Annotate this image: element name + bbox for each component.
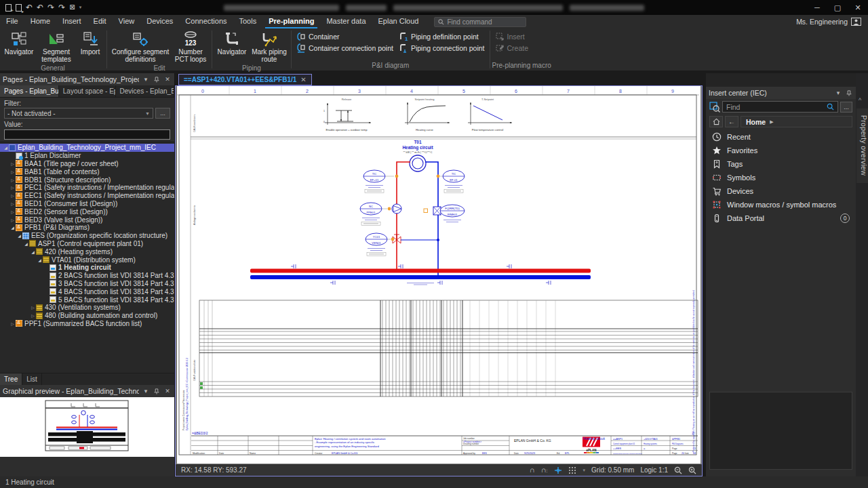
mark-piping-route-button[interactable]: Mark piping route — [250, 30, 289, 64]
tree-expander-icon[interactable] — [9, 321, 16, 326]
tree-item[interactable]: ASP1 (Control equipment plant 01) — [0, 240, 174, 248]
tab-pages[interactable]: Pages - Eplan_Buildin... — [0, 85, 59, 97]
object-snap-icon[interactable]: ∩: — [541, 466, 548, 474]
segment-templates-button[interactable]: Segment templates — [37, 30, 76, 64]
tree-item[interactable]: PEC1 (Safety instructions / Implementati… — [0, 184, 174, 192]
insert-item-devices[interactable]: Devices — [706, 184, 856, 198]
tree-item[interactable]: BAB1 (Table of contents) — [0, 167, 174, 176]
container-connection-point-button[interactable]: Container connection point — [296, 43, 393, 53]
tree-item[interactable]: EES (Organization specific location stru… — [0, 232, 174, 240]
tree-expander-icon[interactable] — [9, 185, 16, 190]
open-page-icon[interactable] — [16, 4, 22, 12]
collapse-chevron-icon[interactable]: ^ — [859, 97, 861, 104]
tab-list[interactable]: List — [22, 373, 42, 385]
undo-icon[interactable]: ↶ — [26, 0, 33, 15]
zoom-out-icon[interactable] — [674, 466, 682, 474]
snap-icon[interactable]: ∩ — [530, 466, 535, 474]
tree-item[interactable]: VTA01 (Distribution system) — [0, 256, 174, 264]
tree-expander-icon[interactable] — [9, 169, 16, 174]
home-button[interactable] — [709, 116, 723, 127]
insert-macro-button[interactable]: Insert — [495, 32, 529, 41]
tree-expander-icon[interactable] — [9, 218, 16, 222]
new-page-icon[interactable] — [5, 4, 12, 12]
panel-close-icon[interactable]: ✕ — [163, 76, 172, 83]
grid-toggle-icon[interactable] — [568, 466, 577, 474]
container-button[interactable]: Container — [296, 32, 393, 41]
tab-edit[interactable]: Edit — [87, 15, 113, 28]
tree-expander-icon[interactable] — [30, 249, 36, 254]
property-overview-tab[interactable]: Property overview — [856, 108, 868, 183]
insert-item-window-macros[interactable]: Window macros / symbol macros — [706, 198, 856, 211]
tab-insert[interactable]: Insert — [56, 15, 87, 28]
tree-item[interactable]: 3 BACS function list VDI 3814 Part 4.3 — [0, 280, 174, 288]
tree-item[interactable]: 430 (Ventilation systems) — [0, 304, 174, 312]
insert-item-symbols[interactable]: Symbols — [706, 171, 856, 184]
insert-item-recent[interactable]: Recent — [706, 130, 856, 144]
piping-connection-point-button[interactable]: Piping connection point — [399, 43, 485, 53]
import-button[interactable]: Import — [76, 30, 104, 56]
tab-tools[interactable]: Tools — [233, 15, 263, 28]
redo-list-icon[interactable]: ↷ — [58, 0, 65, 15]
tree-item[interactable]: Eplan_Building_Technology_Project_mm_IEC — [0, 144, 174, 152]
minimize-button[interactable]: ─ — [807, 0, 827, 15]
preview-menu-icon[interactable]: ▾ — [142, 388, 150, 394]
preview-close-icon[interactable]: ✕ — [163, 388, 172, 394]
insert-center-pin-icon[interactable] — [845, 90, 853, 96]
filter-more-button[interactable]: ... — [155, 108, 170, 119]
tab-pre-planning[interactable]: Pre-planning — [262, 15, 320, 28]
value-input[interactable] — [4, 129, 170, 140]
tree-item[interactable]: EEC1 (Safety instructions / Implementati… — [0, 192, 174, 200]
tree-expander-icon[interactable] — [9, 193, 16, 198]
tree-item[interactable]: 1 Eplan Disclaimer — [0, 152, 174, 160]
tree-item[interactable]: 480 (Building automation and control) — [0, 312, 174, 320]
piping-definition-point-button[interactable]: 1 Piping definition point — [399, 32, 485, 41]
design-mode-icon[interactable] — [554, 466, 562, 474]
tree-item[interactable]: 2 BACS function list VDI 3814 Part 4.3 — [0, 272, 174, 280]
pin-icon[interactable] — [153, 77, 161, 83]
tab-devices[interactable]: Devices — [140, 15, 179, 28]
back-button[interactable]: ← — [725, 116, 738, 127]
insert-item-tags[interactable]: Tags — [706, 157, 856, 171]
configure-segment-definitions-button[interactable]: Configure segment definitions — [109, 30, 172, 64]
tree-expander-icon[interactable] — [16, 233, 22, 238]
grid-size-indicator[interactable]: Grid: 0.50 mm — [591, 466, 634, 474]
tree-item[interactable]: 420 (Heating systems) — [0, 247, 174, 256]
insert-item-favorites[interactable]: Favorites — [706, 144, 856, 157]
insert-center-menu-icon[interactable]: ▾ — [834, 89, 842, 96]
insert-center-search-input[interactable]: Find — [722, 101, 838, 113]
tab-file[interactable]: File — [0, 15, 24, 28]
tab-master-data[interactable]: Master data — [320, 15, 372, 28]
tree-item[interactable]: BED1 (Consumer list (Design)) — [0, 200, 174, 208]
tree-expander-icon[interactable] — [30, 313, 36, 318]
document-tab-close-icon[interactable]: ✕ — [300, 76, 306, 83]
tree-item[interactable]: BED2 (Sensor list (Design)) — [0, 207, 174, 216]
tree-expander-icon[interactable] — [9, 201, 16, 206]
maximize-button[interactable]: ▢ — [827, 0, 848, 15]
tree-expander-icon[interactable] — [9, 178, 16, 182]
create-macro-button[interactable]: Create — [495, 43, 529, 53]
panel-menu-icon[interactable]: ▾ — [142, 76, 150, 83]
tree-item[interactable]: BDB1 (Structure description) — [0, 176, 174, 184]
tree-item[interactable]: PPF1 (Summarized BACS function list) — [0, 320, 174, 328]
graphical-preview[interactable] — [0, 397, 174, 457]
tab-layout-space[interactable]: Layout space - Eplan... — [59, 85, 116, 97]
breadcrumb[interactable]: Home ▶ — [741, 116, 852, 127]
drawing-canvas[interactable]: 0123456789 Project name Commission Plan … — [176, 86, 702, 464]
preview-pin-icon[interactable] — [153, 388, 161, 394]
tab-view[interactable]: View — [113, 15, 141, 28]
tab-devices-tree[interactable]: Devices - Eplan_Build... — [116, 85, 174, 97]
tree-item[interactable]: PFB1 (P&I Diagrams) — [0, 224, 174, 232]
tree-expander-icon[interactable] — [9, 225, 16, 230]
tree-item[interactable]: 5 BACS function list VDI 3814 Part 4.3 — [0, 296, 174, 304]
tree-item[interactable]: 4 BACS function list VDI 3814 Part 4.3 — [0, 287, 174, 296]
tree-expander-icon[interactable] — [9, 161, 16, 166]
search-more-button[interactable]: ... — [840, 102, 852, 113]
redo-icon[interactable]: ↷ — [47, 0, 54, 15]
navigator-button[interactable]: Navigator — [1, 30, 37, 56]
tab-tree[interactable]: Tree — [0, 373, 22, 385]
tab-home[interactable]: Home — [24, 15, 56, 28]
close-button[interactable]: ✕ — [848, 0, 868, 15]
tree-expander-icon[interactable] — [37, 258, 43, 262]
customize-toolbar-icon[interactable]: ▾ — [79, 0, 82, 15]
tree-expander-icon[interactable] — [30, 305, 36, 310]
